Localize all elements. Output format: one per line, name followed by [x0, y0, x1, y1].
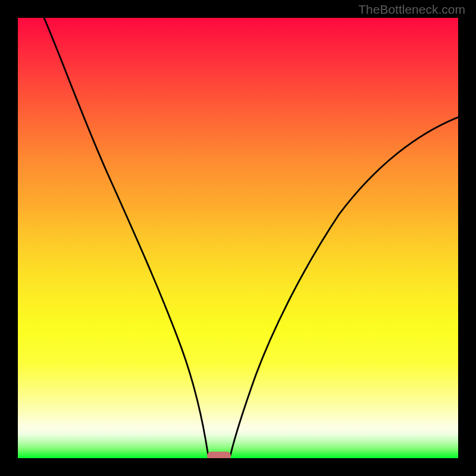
outer-frame: TheBottleneck.com	[0, 0, 476, 476]
right-curve-path	[230, 117, 458, 456]
bottleneck-marker	[207, 452, 231, 458]
watermark-text: TheBottleneck.com	[358, 2, 465, 17]
plot-area	[18, 18, 458, 458]
left-curve-path	[44, 18, 208, 456]
bottleneck-curves	[18, 18, 458, 458]
